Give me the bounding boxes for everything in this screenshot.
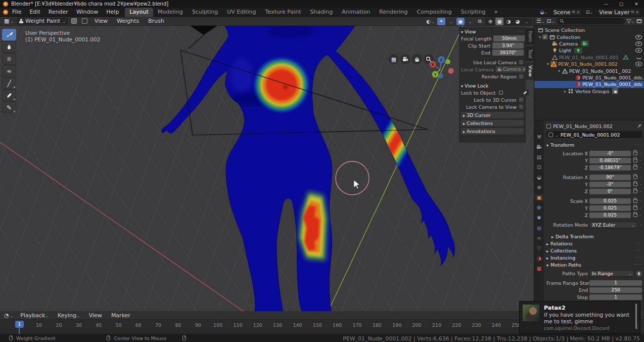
outliner-row-camera[interactable]: Camera	[534, 40, 644, 47]
use-local-camera-checkbox[interactable]	[519, 60, 524, 65]
relations-panel[interactable]: Relations	[546, 240, 642, 247]
panel-annotations[interactable]: Annotations	[461, 128, 524, 135]
scale-x-field[interactable]: 0.025	[589, 198, 631, 204]
panel-collections[interactable]: Collections	[461, 120, 524, 126]
axis-z-neg-ball[interactable]	[438, 73, 443, 78]
lock-icon[interactable]	[633, 176, 637, 179]
panel-3d-cursor[interactable]: 3D Cursor	[461, 112, 524, 118]
draw-tool-button[interactable]	[2, 29, 16, 40]
tab-modifiers[interactable]: ⚙	[534, 204, 544, 211]
collapse-icon[interactable]	[461, 83, 463, 89]
animate-dot[interactable]: ·	[639, 222, 642, 228]
outliner-search-input[interactable]	[557, 18, 625, 24]
collection-checkbox[interactable]	[542, 34, 547, 39]
tab-world[interactable]: ⊕	[534, 184, 544, 191]
lock-icon[interactable]	[633, 199, 637, 203]
blur-tool-button[interactable]	[2, 41, 16, 53]
tab-physics[interactable]: ◎	[534, 225, 544, 231]
character-mesh[interactable]	[161, 26, 454, 311]
focal-length-field[interactable]: 50mm	[493, 35, 525, 41]
eye-open-icon[interactable]	[635, 62, 642, 66]
tab-particles[interactable]: ✱	[534, 215, 544, 221]
object-name-field[interactable]: PEW_01_Nude_0001.002	[546, 131, 642, 138]
animate-dot[interactable]: ·	[639, 205, 642, 211]
outliner-row-collection[interactable]: Collection	[534, 33, 644, 40]
eyedropper-icon[interactable]	[523, 91, 527, 95]
rotation-mode-dropdown[interactable]: XYZ Euler	[589, 222, 637, 228]
outliner-row-nude-002[interactable]: PEW_01_Nude_0001.002	[534, 61, 644, 67]
local-camera-field[interactable]: Camera	[496, 66, 527, 72]
rotation-x-field[interactable]: 90°	[589, 175, 631, 180]
lock-camera-checkbox[interactable]	[519, 104, 524, 109]
timeline-editor-type-button[interactable]: ◔	[2, 311, 15, 319]
perspective-toggle-button[interactable]: ▦	[389, 54, 399, 64]
tab-material[interactable]: ◑	[534, 255, 544, 262]
location-y-field[interactable]: 0.48031"	[589, 158, 631, 163]
rotation-z-field[interactable]: 0°	[589, 189, 631, 194]
scene-browse-icon[interactable]: ◒	[540, 10, 548, 15]
eye-open-icon[interactable]	[635, 41, 642, 46]
paths-type-dropdown[interactable]: In Range	[589, 270, 634, 277]
outliner-row-nude-001[interactable]: PEW_01_Nude_0001.001	[534, 54, 644, 61]
falloff-dropdown[interactable]: ◐	[426, 18, 436, 25]
3d-viewport[interactable]: User Perspective (1) PEW_01_Nude_0001.00…	[0, 26, 534, 311]
add-workspace-button[interactable]: +	[490, 8, 501, 17]
transform-panel-header[interactable]: Transform	[546, 141, 642, 148]
viewport-menu-brush[interactable]: Brush	[144, 17, 168, 26]
animate-dot[interactable]: ·	[639, 182, 642, 187]
lock-icon[interactable]	[633, 166, 637, 169]
shading-dropdown[interactable]	[523, 18, 531, 25]
eye-closed-icon[interactable]	[636, 56, 642, 59]
smear-tool-button[interactable]: ≈	[2, 65, 16, 77]
location-z-field[interactable]: -0.18679"	[589, 165, 631, 170]
outliner-row-scene-collection[interactable]: Scene Collection	[534, 27, 644, 33]
calculate-paths-button[interactable]: ◖	[636, 271, 642, 277]
editor-type-button[interactable]: ▦	[2, 17, 16, 25]
frame-range-step-field[interactable]: 1	[589, 294, 642, 300]
outliner-row-mesh-data[interactable]: PEW_01_Nude_0001_.002	[534, 67, 644, 74]
workspace-tab-modeling[interactable]: Modeling	[153, 8, 188, 17]
view-layer-field[interactable]: View Layer ⧉	[597, 9, 641, 16]
close-button[interactable]	[629, 0, 644, 8]
motion-paths-panel[interactable]: Motion Paths	[546, 261, 642, 268]
discord-notification-toast[interactable]: Patax2 if you have something you want me…	[519, 301, 640, 334]
mode-dropdown[interactable]: Weight Paint	[17, 17, 68, 25]
animate-dot[interactable]: ·	[639, 151, 642, 156]
instancing-panel[interactable]: Instancing	[546, 254, 642, 261]
overlays-button[interactable]: ⧉	[476, 18, 484, 25]
workspace-tab-rendering[interactable]: Rendering	[375, 8, 412, 17]
lock-icon[interactable]	[633, 159, 637, 162]
shading-wireframe-button[interactable]: ⊕	[486, 18, 494, 25]
eye-open-icon[interactable]	[635, 35, 642, 39]
workspace-tab-layout[interactable]: Layout	[125, 8, 153, 17]
animate-dot[interactable]: ·	[639, 158, 642, 163]
camera-view-button[interactable]	[400, 54, 410, 64]
sample-weight-tool-button[interactable]	[2, 90, 16, 101]
tab-object[interactable]: ▣	[534, 194, 544, 201]
camera-data-badge[interactable]	[581, 40, 589, 47]
new-collection-button[interactable]	[636, 18, 642, 24]
workspace-tab-animation[interactable]: Animation	[337, 8, 375, 17]
unlink-scene-icon[interactable]	[576, 10, 580, 15]
workspace-tab-uv-editing[interactable]: UV Editing	[222, 8, 260, 17]
lock-3d-cursor-checkbox[interactable]	[519, 97, 524, 102]
lock-icon[interactable]	[633, 152, 637, 155]
light-data-badge[interactable]	[574, 48, 582, 54]
clip-end-field[interactable]: 39370"	[492, 50, 524, 56]
menu-file[interactable]: File	[8, 8, 25, 17]
average-tool-button[interactable]: ☼	[2, 53, 16, 65]
tab-render[interactable]	[534, 144, 544, 150]
frame-range-end-field[interactable]: 250	[589, 287, 642, 293]
outliner-filter-type-button[interactable]: ⊡	[547, 18, 555, 24]
tab-texture[interactable]: ▦	[534, 265, 544, 272]
outliner-row-material-dds[interactable]: PEW_01_Nude_0001_dds	[534, 81, 644, 88]
expander-icon[interactable]	[545, 62, 550, 66]
new-scene-icon[interactable]: ⧉	[572, 10, 575, 15]
frame-range-start-field[interactable]: 1	[589, 280, 642, 286]
playback-menu[interactable]: Playback	[16, 311, 53, 320]
menu-help[interactable]: Help	[102, 8, 123, 17]
pan-view-button[interactable]	[412, 54, 422, 64]
maximize-button[interactable]	[614, 0, 629, 8]
expander-icon[interactable]	[557, 69, 562, 73]
lock-icon[interactable]	[633, 206, 637, 210]
